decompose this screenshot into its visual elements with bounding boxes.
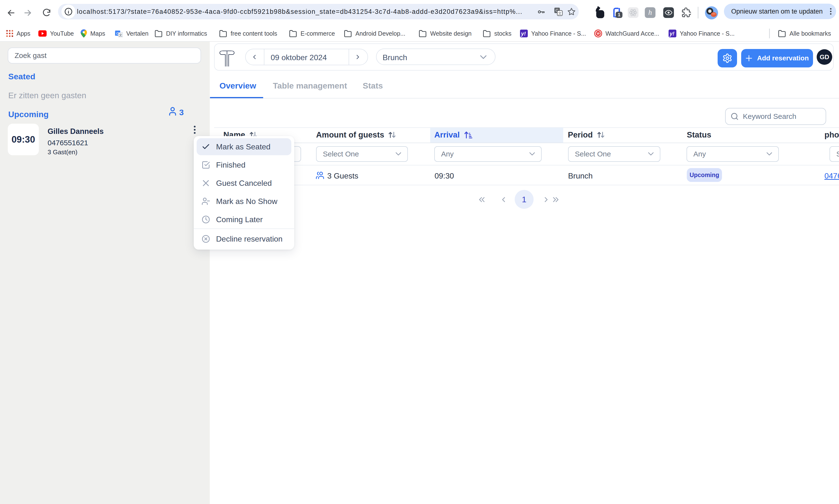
svg-text:y!: y! — [669, 31, 674, 37]
svg-text:文: 文 — [119, 33, 122, 37]
svg-text:文: 文 — [558, 11, 562, 15]
svg-text:W: W — [597, 32, 600, 35]
svg-text:y!: y! — [521, 31, 526, 37]
